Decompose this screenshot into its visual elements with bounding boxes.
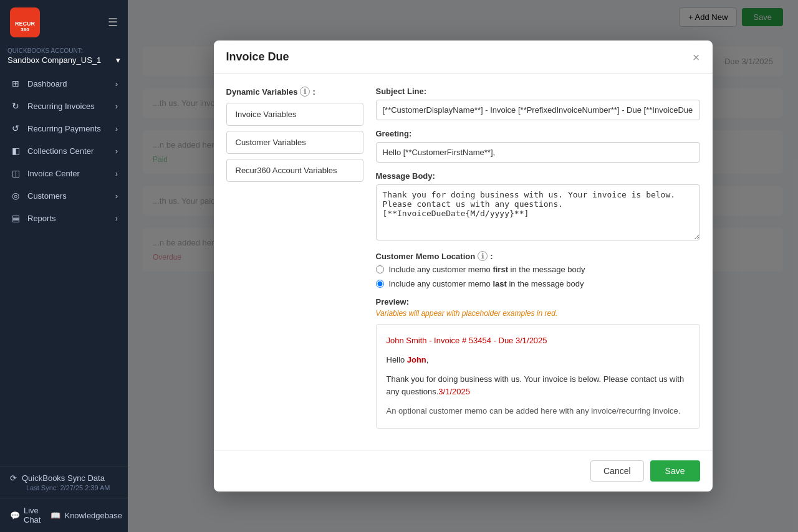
chevron-right-icon: › [115, 124, 118, 133]
greeting-input[interactable] [376, 142, 700, 163]
modal-two-col: Dynamic Variables ℹ : Invoice Variables … [226, 87, 700, 437]
knowledgebase-label: Knowledgebase [64, 511, 122, 520]
sidebar-item-invoice-center[interactable]: ◫ Invoice Center › [0, 162, 128, 184]
sync-label: QuickBooks Sync Data [22, 473, 105, 483]
preview-due-date: 3/1/2025 [516, 336, 547, 345]
recurring-payments-icon: ↺ [10, 123, 21, 133]
preview-subject-name: John Smith [387, 336, 427, 345]
greeting-group: Greeting: [376, 129, 700, 163]
preview-invoice-number: 53454 [469, 336, 491, 345]
preview-greeting-line: Hello John, [387, 354, 690, 367]
app-logo: RECUR 360 [10, 7, 40, 37]
message-body-textarea[interactable] [376, 184, 700, 240]
sync-timestamp: Last Sync: 2/27/25 2:39 AM [10, 484, 118, 492]
greeting-label: Greeting: [376, 129, 700, 138]
subject-line-input[interactable] [376, 100, 700, 120]
modal-body: Dynamic Variables ℹ : Invoice Variables … [214, 74, 713, 450]
chevron-right-icon: › [115, 146, 118, 156]
sidebar-item-label: Recurring Invoices [27, 102, 95, 111]
recur360-variables-button[interactable]: Recur360 Account Variables [226, 159, 363, 182]
chevron-right-icon: › [115, 79, 118, 88]
memo-last-option[interactable]: Include any customer memo last in the me… [376, 279, 700, 288]
account-selector[interactable]: Sandbox Company_US_1 ▾ [7, 55, 120, 65]
chevron-right-icon: › [115, 169, 118, 178]
sidebar-item-label: Recurring Payments [27, 124, 101, 133]
message-body-group: Message Body: [376, 171, 700, 242]
sync-icon: ⟳ [10, 473, 17, 483]
sidebar-item-collections-center[interactable]: ◧ Collections Center › [0, 140, 128, 162]
svg-text:RECUR: RECUR [15, 21, 36, 27]
customer-variables-button[interactable]: Customer Variables [226, 131, 363, 154]
customer-memo-location-group: Customer Memo Location ℹ : Include any c… [376, 251, 700, 288]
preview-box: John Smith - Invoice # 53454 - Due 3/1/2… [376, 324, 700, 429]
modal-footer: Cancel Save [214, 450, 713, 492]
collections-icon: ◧ [10, 146, 21, 156]
invoice-icon: ◫ [10, 168, 21, 178]
memo-first-radio[interactable] [376, 265, 384, 273]
modal-overlay: Invoice Due × Dynamic Variables ℹ : [128, 0, 798, 532]
preview-body-date: 3/1/2025 [438, 387, 470, 396]
dashboard-icon: ⊞ [10, 78, 21, 88]
preview-label: Preview: [376, 297, 700, 306]
sidebar-item-label: Invoice Center [27, 169, 80, 178]
sidebar-item-label: Dashboard [27, 79, 67, 88]
invoice-due-modal: Invoice Due × Dynamic Variables ℹ : [214, 40, 713, 492]
account-name: Sandbox Company_US_1 [7, 55, 101, 65]
preview-note: Variables will appear with placeholder e… [376, 309, 700, 318]
preview-body-text: Thank you for doing business with us. Yo… [387, 373, 690, 399]
subject-line-group: Subject Line: [376, 87, 700, 120]
sidebar-logo-area: RECUR 360 ☰ [0, 0, 128, 45]
invoice-variables-button[interactable]: Invoice Variables [226, 103, 363, 126]
preview-memo-text: An optional customer memo can be added h… [387, 405, 690, 418]
modal-left-col: Dynamic Variables ℹ : Invoice Variables … [226, 87, 363, 437]
memo-radio-group: Include any customer memo first in the m… [376, 265, 700, 288]
sidebar-footer: 💬 Live Chat 📖 Knowledgebase [0, 498, 128, 532]
sidebar-item-reports[interactable]: ▤ Reports › [0, 207, 128, 229]
hamburger-menu[interactable]: ☰ [108, 16, 118, 29]
modal-title: Invoice Due [226, 50, 289, 64]
sidebar-item-customers[interactable]: ◎ Customers › [0, 184, 128, 207]
chevron-right-icon: › [115, 102, 118, 111]
sidebar-item-recurring-invoices[interactable]: ↻ Recurring Invoices › [0, 95, 128, 117]
chevron-down-icon: ▾ [116, 55, 120, 65]
customers-icon: ◎ [10, 191, 21, 201]
reports-icon: ▤ [10, 213, 21, 223]
chat-icon: 💬 [10, 511, 20, 520]
dynamic-variables-label: Dynamic Variables ℹ : [226, 87, 363, 97]
customer-memo-label: Customer Memo Location ℹ : [376, 251, 700, 261]
quickbooks-sync[interactable]: ⟳ QuickBooks Sync Data Last Sync: 2/27/2… [0, 467, 128, 498]
preview-subject-line: John Smith - Invoice # 53454 - Due 3/1/2… [387, 335, 690, 348]
knowledgebase-button[interactable]: 📖 Knowledgebase [50, 511, 122, 520]
save-button[interactable]: Save [650, 460, 700, 482]
subject-line-label: Subject Line: [376, 87, 700, 96]
preview-group: Preview: Variables will appear with plac… [376, 297, 700, 429]
sidebar-navigation: ⊞ Dashboard › ↻ Recurring Invoices › ↺ R… [0, 72, 128, 467]
sidebar-item-label: Reports [27, 214, 56, 223]
book-icon: 📖 [50, 511, 60, 520]
main-content: + Add New Save Due 3/1/2025 ...th us. Yo… [128, 0, 798, 532]
chevron-right-icon: › [115, 214, 118, 223]
modal-header: Invoice Due × [214, 40, 713, 74]
live-chat-button[interactable]: 💬 Live Chat [10, 506, 41, 525]
modal-close-button[interactable]: × [693, 51, 700, 64]
sidebar: RECUR 360 ☰ QUICKBOOKS ACCOUNT: Sandbox … [0, 0, 128, 532]
memo-info-icon[interactable]: ℹ [478, 251, 488, 261]
sidebar-item-label: Collections Center [27, 146, 94, 156]
sidebar-item-label: Customers [27, 191, 67, 201]
chevron-right-icon: › [115, 191, 118, 201]
sidebar-item-recurring-payments[interactable]: ↺ Recurring Payments › [0, 117, 128, 140]
quickbooks-account: QUICKBOOKS ACCOUNT: Sandbox Company_US_1… [0, 45, 128, 72]
svg-text:360: 360 [21, 27, 29, 32]
memo-last-radio[interactable] [376, 280, 384, 288]
recurring-invoices-icon: ↻ [10, 101, 21, 111]
cancel-button[interactable]: Cancel [590, 460, 644, 482]
account-label: QUICKBOOKS ACCOUNT: [7, 47, 120, 54]
preview-greeting-name: John [407, 355, 426, 364]
sidebar-item-dashboard[interactable]: ⊞ Dashboard › [0, 72, 128, 95]
live-chat-label: Live Chat [24, 506, 41, 525]
memo-first-option[interactable]: Include any customer memo first in the m… [376, 265, 700, 274]
modal-right-col: Subject Line: Greeting: Message Body: [376, 87, 700, 437]
dynamic-variables-info-icon[interactable]: ℹ [300, 87, 310, 97]
message-body-label: Message Body: [376, 171, 700, 181]
